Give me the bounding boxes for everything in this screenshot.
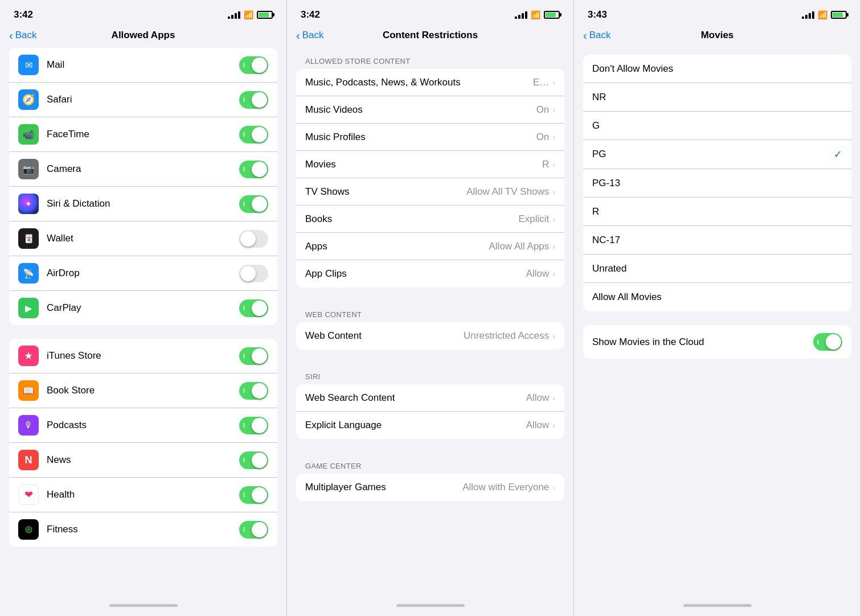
list-item-bookstore[interactable]: 📖 Book Store I (9, 373, 277, 408)
rating-r[interactable]: R (583, 198, 851, 226)
restriction-value-music-podcasts: E… (533, 77, 549, 88)
restriction-music-podcasts[interactable]: Music, Podcasts, News, & Workouts E… › (296, 69, 564, 96)
restriction-explicit-language[interactable]: Explicit Language Allow › (296, 412, 564, 439)
app-label-fitness: Fitness (47, 524, 239, 535)
toggle-safari[interactable]: I (239, 91, 268, 109)
toggle-podcasts[interactable]: I (239, 417, 268, 434)
rating-g[interactable]: G (583, 112, 851, 140)
signal-bar-3 (235, 13, 237, 19)
restriction-music-videos[interactable]: Music Videos On › (296, 96, 564, 124)
rating-pg13[interactable]: PG-13 (583, 169, 851, 198)
back-chevron-1: ‹ (9, 30, 13, 41)
restriction-value-app-clips: Allow (526, 268, 550, 280)
list-item-camera[interactable]: 📷 Camera I (9, 152, 277, 187)
rating-nc17[interactable]: NC-17 (583, 226, 851, 254)
toggle-knob-health (252, 487, 267, 503)
podcasts-icon: 🎙 (24, 420, 33, 430)
page-title-3: Movies (701, 30, 734, 41)
list-item-health[interactable]: ❤ Health I (9, 478, 277, 512)
rating-nr[interactable]: NR (583, 83, 851, 112)
toggle-wallet[interactable] (239, 230, 268, 248)
list-item-facetime[interactable]: 📹 FaceTime I (9, 117, 277, 152)
restriction-web-content[interactable]: Web Content Unrestricted Access › (296, 322, 564, 350)
signal-bar-1 (228, 17, 230, 19)
siri-list: Web Search Content Allow › Explicit Lang… (296, 384, 564, 439)
toggle-health[interactable]: I (239, 486, 268, 504)
list-item-mail[interactable]: ✉ Mail I (9, 48, 277, 83)
itunes-icon: ★ (24, 350, 33, 362)
toggle-airdrop[interactable] (239, 265, 268, 282)
store-content-list: Music, Podcasts, News, & Workouts E… › M… (296, 69, 564, 288)
list-item-fitness[interactable]: ⊛ Fitness I (9, 512, 277, 547)
back-label-2: Back (302, 30, 324, 41)
status-time-3: 3:43 (588, 9, 607, 20)
restriction-value-web-content: Unrestricted Access (464, 330, 549, 342)
app-label-facetime: FaceTime (47, 129, 239, 140)
status-bar-1: 3:42 📶 (0, 0, 286, 25)
restriction-value-books: Explicit (518, 213, 549, 225)
safari-icon: 🧭 (22, 93, 35, 106)
chevron-multiplayer: › (552, 483, 555, 492)
page-title-1: Allowed Apps (112, 30, 175, 41)
restriction-books[interactable]: Books Explicit › (296, 206, 564, 233)
toggle-fitness[interactable]: I (239, 521, 268, 539)
home-indicator-3 (574, 599, 860, 616)
list-item-itunes[interactable]: ★ iTunes Store I (9, 339, 277, 373)
restriction-value-web-search: Allow (526, 392, 550, 404)
section-header-store: ALLOWED STORE CONTENT (296, 48, 564, 69)
rating-pg[interactable]: PG ✓ (583, 140, 851, 169)
back-button-2[interactable]: ‹ Back (296, 30, 323, 41)
app-icon-podcasts: 🎙 (18, 415, 39, 436)
app-icon-safari: 🧭 (18, 89, 39, 110)
restriction-music-profiles[interactable]: Music Profiles On › (296, 124, 564, 151)
back-button-1[interactable]: ‹ Back (9, 30, 36, 41)
list-item-carplay[interactable]: ▶ CarPlay I (9, 291, 277, 325)
toggle-knob-facetime (252, 127, 267, 142)
signal-bar-4 (238, 11, 240, 19)
toggle-knob-siri (252, 196, 267, 212)
toggle-knob-bookstore (252, 383, 267, 399)
toggle-news[interactable]: I (239, 451, 268, 469)
back-chevron-2: ‹ (296, 30, 300, 41)
toggle-knob-podcasts (252, 418, 267, 433)
toggle-camera[interactable]: I (239, 161, 268, 178)
facetime-icon: 📹 (23, 129, 34, 140)
camera-icon: 📷 (23, 164, 34, 175)
rating-unrated[interactable]: Unrated (583, 254, 851, 283)
home-bar-2 (396, 604, 465, 607)
toggle-knob-news (252, 453, 267, 468)
restriction-web-search[interactable]: Web Search Content Allow › (296, 384, 564, 412)
restriction-apps[interactable]: Apps Allow All Apps › (296, 233, 564, 260)
app-icon-siri: ✦ (18, 194, 39, 214)
app-label-carplay: CarPlay (47, 302, 239, 314)
toggle-itunes[interactable]: I (239, 347, 268, 365)
mail-icon: ✉ (25, 60, 32, 71)
toggle-siri[interactable]: I (239, 195, 268, 213)
list-item-safari[interactable]: 🧭 Safari I (9, 83, 277, 117)
fitness-icon: ⊛ (24, 523, 33, 536)
game-center-list: Multiplayer Games Allow with Everyone › (296, 474, 564, 501)
toggle-bookstore[interactable]: I (239, 382, 268, 400)
toggle-mail[interactable]: I (239, 56, 268, 74)
chevron-movies: › (552, 160, 555, 169)
rating-allow-all[interactable]: Allow All Movies (583, 283, 851, 311)
list-item-airdrop[interactable]: 📡 AirDrop (9, 256, 277, 291)
toggle-carplay[interactable]: I (239, 299, 268, 317)
restriction-tv-shows[interactable]: TV Shows Allow All TV Shows › (296, 178, 564, 206)
status-bar-2: 3:42 📶 (287, 0, 573, 25)
restriction-movies[interactable]: Movies R › (296, 151, 564, 178)
restriction-multiplayer[interactable]: Multiplayer Games Allow with Everyone › (296, 474, 564, 501)
back-button-3[interactable]: ‹ Back (583, 30, 610, 41)
restriction-app-clips[interactable]: App Clips Allow › (296, 260, 564, 288)
list-item-wallet[interactable]: 🃏 Wallet (9, 221, 277, 256)
list-item-podcasts[interactable]: 🎙 Podcasts I (9, 408, 277, 443)
toggle-knob-carplay (252, 301, 267, 316)
cloud-section: Show Movies in the Cloud I (583, 325, 851, 359)
toggle-facetime[interactable]: I (239, 126, 268, 143)
list-item-news[interactable]: N News I (9, 443, 277, 478)
restriction-label-explicit-language: Explicit Language (305, 420, 526, 431)
app-icon-camera: 📷 (18, 159, 39, 179)
list-item-siri[interactable]: ✦ Siri & Dictation I (9, 187, 277, 221)
toggle-cloud[interactable]: I (813, 333, 842, 351)
rating-dont-allow[interactable]: Don't Allow Movies (583, 55, 851, 83)
